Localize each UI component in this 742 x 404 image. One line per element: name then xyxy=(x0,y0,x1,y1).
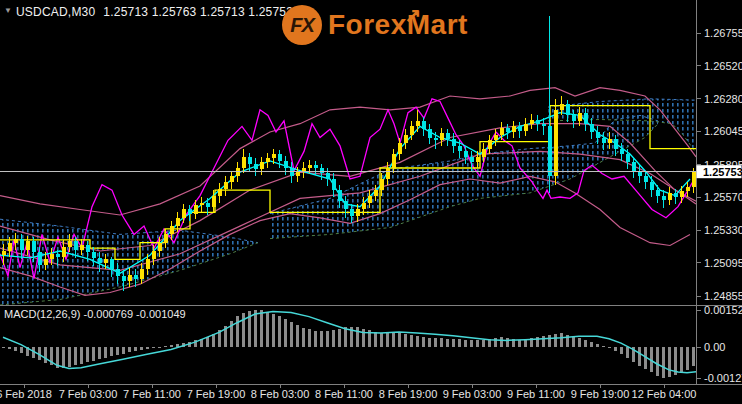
time-axis-label: 12 Feb 04:00 xyxy=(632,388,697,400)
macd-bar xyxy=(266,312,269,347)
macd-bar xyxy=(392,332,395,347)
macd-axis-label: -0.001276 xyxy=(704,372,742,384)
candle-body xyxy=(404,135,408,143)
macd-bar xyxy=(410,335,413,347)
candle-body xyxy=(674,193,678,197)
candle-body xyxy=(56,254,60,257)
macd-indicator-label: MACD(12,26,9) -0.000769 -0.001049 xyxy=(4,308,186,320)
macd-bar xyxy=(476,340,479,347)
macd-bar xyxy=(620,347,623,354)
candle-body xyxy=(422,121,426,129)
candle-body xyxy=(152,251,156,259)
ohlc-values-label: 1.25713 1.25763 1.25713 1.25753 xyxy=(103,5,293,19)
macd-bar xyxy=(170,345,173,347)
candle-body xyxy=(446,133,450,139)
candle-body xyxy=(26,241,30,249)
macd-bar xyxy=(680,347,683,373)
macd-bar xyxy=(308,329,311,347)
macd-bar xyxy=(20,347,23,353)
macd-pane[interactable] xyxy=(2,310,697,378)
candle-body xyxy=(578,113,582,121)
macd-bar xyxy=(128,347,131,352)
time-axis[interactable]: 6 Feb 20187 Feb 03:007 Feb 11:007 Feb 19… xyxy=(0,384,696,400)
macd-bar xyxy=(608,347,611,348)
macd-bar xyxy=(638,347,641,366)
candle-body xyxy=(74,241,78,249)
macd-bar xyxy=(8,347,11,349)
chart-title: USDCAD,M301.25713 1.25763 1.25713 1.2575… xyxy=(16,5,293,19)
macd-bar xyxy=(104,347,107,358)
macd-bar xyxy=(68,347,71,367)
candle-body xyxy=(20,239,24,250)
candle-body xyxy=(32,241,36,252)
macd-bar xyxy=(494,338,497,347)
macd-bar xyxy=(572,337,575,347)
macd-bar xyxy=(692,347,695,366)
macd-bar xyxy=(416,336,419,347)
macd-bar xyxy=(326,331,329,347)
macd-bar xyxy=(86,347,89,362)
time-axis-label: 9 Feb 19:00 xyxy=(571,388,630,400)
macd-bar xyxy=(116,347,119,355)
macd-bar xyxy=(662,347,665,378)
candle-body xyxy=(512,126,516,132)
candle-body xyxy=(206,203,210,207)
candle-body xyxy=(650,182,654,190)
current-price-label: 1.25753 xyxy=(703,166,742,178)
symbol-dropdown-icon[interactable]: ▼ xyxy=(4,6,12,15)
candle-body xyxy=(116,269,120,276)
candle-body xyxy=(626,154,630,162)
candle-body xyxy=(416,121,420,127)
candle-body xyxy=(494,135,498,141)
macd-bar xyxy=(668,347,671,377)
main-price-pane[interactable] xyxy=(0,16,696,305)
candle-body xyxy=(662,196,666,200)
macd-bar xyxy=(434,338,437,347)
candle-body xyxy=(584,113,588,124)
candle-body xyxy=(692,172,696,188)
price-axis: 1.267551.265201.262801.260451.258051.255… xyxy=(696,27,742,384)
candle-body xyxy=(134,275,138,279)
macd-bar xyxy=(380,333,383,347)
candle-body xyxy=(368,196,372,203)
macd-histogram xyxy=(2,310,695,378)
price-chart-canvas[interactable]: 1.267551.265201.262801.260451.258051.255… xyxy=(0,0,742,404)
macd-bar xyxy=(80,347,83,364)
candle-body xyxy=(194,205,198,213)
candle-body xyxy=(518,126,522,130)
candle-body xyxy=(632,162,636,170)
macd-bar xyxy=(584,340,587,347)
candle-body xyxy=(176,218,180,226)
candle-body xyxy=(230,176,234,182)
candle-body xyxy=(188,209,192,213)
candle-body xyxy=(242,157,246,168)
macd-axis-label: 0.00 xyxy=(704,341,725,353)
macd-bar xyxy=(626,347,629,358)
macd-bar xyxy=(98,347,101,359)
macd-bar xyxy=(656,347,659,376)
macd-bar xyxy=(614,347,617,351)
macd-bar xyxy=(44,347,47,363)
macd-bar xyxy=(338,329,341,347)
forexmart-wordmark: ForexMart ↗ xyxy=(328,5,468,45)
candle-body xyxy=(224,182,228,189)
macd-bar xyxy=(122,347,125,354)
candle-body xyxy=(164,234,168,242)
macd-bar xyxy=(596,344,599,347)
candle-body xyxy=(410,126,414,134)
candle-body xyxy=(548,126,552,176)
candle-body xyxy=(314,165,318,168)
candle-body xyxy=(440,133,444,140)
forexmart-logo: FX ForexMart ↗ xyxy=(282,5,468,45)
macd-bar xyxy=(482,340,485,347)
candle-body xyxy=(104,259,108,263)
macd-bar xyxy=(110,347,113,356)
candle-body xyxy=(554,110,558,176)
macd-bar xyxy=(260,310,263,347)
candle-body xyxy=(506,128,510,132)
candle-body xyxy=(476,157,480,163)
macd-bar xyxy=(554,334,557,347)
candle-body xyxy=(14,239,18,243)
candle-body xyxy=(614,139,618,149)
chart-window: 1.267551.265201.262801.260451.258051.255… xyxy=(0,0,742,404)
